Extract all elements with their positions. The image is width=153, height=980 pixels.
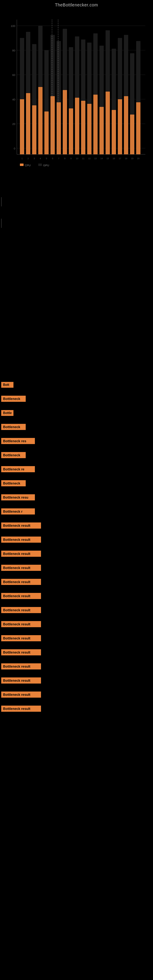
svg-text:14: 14 [100,158,103,159]
svg-rect-40 [51,96,55,154]
result-item-23: Bottleneck result [0,688,153,701]
svg-text:5: 5 [46,158,47,159]
svg-rect-38 [38,87,43,154]
result-badge-22: Bottleneck result [1,678,41,684]
result-badge-7: Bottleneck re [1,466,35,472]
svg-rect-46 [87,104,91,154]
performance-chart: 100 80 60 40 20 0 [5,7,148,179]
svg-rect-36 [26,93,30,154]
svg-rect-43 [69,108,73,154]
result-item-5: Bottleneck res [0,434,153,448]
result-item-15: Bottleneck result [0,575,153,589]
svg-text:20: 20 [12,123,15,126]
result-item-12: Bottleneck result [0,533,153,546]
result-item-7: Bottleneck re [0,463,153,476]
svg-text:3: 3 [33,158,35,159]
svg-text:19: 19 [131,158,134,159]
result-item-11: Bottleneck result [0,519,153,532]
spacer-area [0,179,153,375]
result-badge-11: Bottleneck result [1,522,41,528]
svg-text:12: 12 [88,158,91,159]
result-badge-15: Bottleneck result [1,579,41,585]
svg-text:CPU: CPU [25,164,30,167]
result-item-20: Bottleneck result [0,646,153,659]
svg-text:10: 10 [76,158,78,159]
result-badge-23: Bottleneck result [1,692,41,698]
result-item-10: Bottleneck r [0,505,153,518]
svg-rect-35 [20,99,24,154]
result-item-4: Bottleneck [0,420,153,434]
svg-text:80: 80 [12,49,15,52]
result-badge-17: Bottleneck result [1,607,41,613]
chart-svg: 100 80 60 40 20 0 [5,7,148,179]
result-item-8: Bottleneck [0,477,153,490]
svg-text:6: 6 [52,158,53,159]
result-badge-21: Bottleneck result [1,663,41,670]
svg-rect-47 [93,95,97,154]
svg-rect-77 [20,164,24,166]
result-item-19: Bottleneck result [0,632,153,645]
result-item-22: Bottleneck result [0,674,153,687]
result-badge-8: Bottleneck [1,480,26,486]
result-badge-12: Bottleneck result [1,536,41,542]
svg-text:20: 20 [137,158,140,159]
svg-text:40: 40 [12,98,15,101]
result-item-9: Bottleneck resu [0,491,153,504]
result-item-18: Bottleneck result [0,617,153,631]
svg-rect-41 [57,102,61,154]
svg-text:100: 100 [11,24,15,27]
svg-text:8: 8 [64,158,65,159]
svg-text:15: 15 [107,158,109,159]
result-badge-1: Bott [1,382,13,388]
svg-text:1: 1 [21,158,22,159]
result-badge-4: Bottleneck [1,424,26,430]
result-item-14: Bottleneck result [0,561,153,574]
result-item-2: Bottleneck [0,392,153,406]
result-item-13: Bottleneck result [0,547,153,560]
result-item-21: Bottleneck result [0,660,153,673]
result-badge-6: Bottleneck [1,452,26,458]
result-badge-10: Bottleneck r [1,508,35,514]
svg-text:11: 11 [82,158,84,159]
svg-rect-44 [75,98,79,154]
svg-rect-50 [112,110,116,154]
svg-rect-49 [105,92,110,154]
result-badge-20: Bottleneck result [1,649,41,655]
svg-text:4: 4 [40,158,41,159]
result-badge-3: Bottle [1,410,13,416]
result-badge-19: Bottleneck result [1,635,41,641]
svg-rect-42 [63,90,67,154]
result-badge-5: Bottleneck res [1,438,35,444]
results-section: Bott Bottleneck Bottle Bottleneck Bottle… [0,375,153,719]
svg-rect-45 [81,101,85,154]
svg-text:18: 18 [125,158,127,159]
result-badge-9: Bottleneck resu [1,494,35,500]
result-item-1: Bott [0,378,153,391]
svg-text:13: 13 [94,158,97,159]
svg-text:9: 9 [70,158,72,159]
result-badge-18: Bottleneck result [1,621,41,627]
svg-text:16: 16 [113,158,115,159]
result-badge-24: Bottleneck result [1,706,41,712]
cursor-line-2 [1,219,2,228]
result-item-24: Bottleneck result [0,702,153,715]
result-item-16: Bottleneck result [0,589,153,603]
result-item-17: Bottleneck result [0,603,153,617]
svg-rect-37 [32,105,37,154]
svg-rect-39 [45,111,49,154]
svg-text:60: 60 [12,73,15,76]
svg-text:0: 0 [14,147,15,150]
result-item-6: Bottleneck [0,449,153,462]
svg-rect-52 [124,96,128,154]
svg-text:GPU: GPU [43,164,49,167]
result-badge-2: Bottleneck [1,396,26,402]
result-badge-14: Bottleneck result [1,565,41,571]
svg-text:7: 7 [58,158,59,159]
result-item-3: Bottle [0,406,153,420]
site-title: TheBottlenecker.com [0,0,153,7]
svg-rect-54 [136,102,140,154]
svg-text:2: 2 [27,158,29,159]
result-badge-16: Bottleneck result [1,593,41,599]
svg-text:17: 17 [119,158,121,159]
svg-rect-48 [99,107,104,154]
